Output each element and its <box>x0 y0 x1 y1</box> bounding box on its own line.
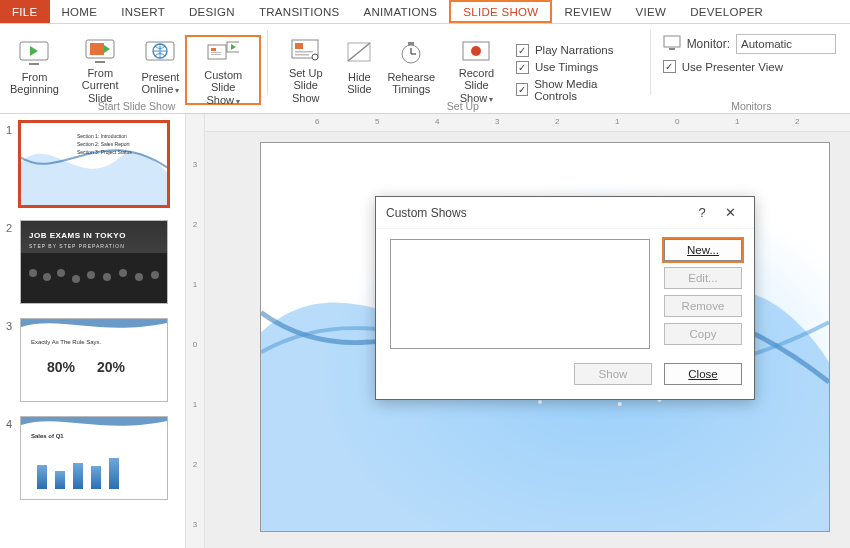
monitor-selector[interactable]: Monitor: Automatic <box>663 34 836 54</box>
svg-rect-16 <box>295 43 303 49</box>
close-button[interactable]: Close <box>664 363 742 385</box>
present-online-label: Present Online▾ <box>141 71 179 96</box>
remove-button: Remove <box>664 295 742 317</box>
svg-point-36 <box>103 273 111 281</box>
group-monitors: Monitor: Automatic ✓ Use Presenter View … <box>653 24 850 113</box>
custom-slide-show-button[interactable]: Custom Slide Show▾ <box>185 35 261 105</box>
slide-canvas-area: 6 5 4 3 2 1 0 1 2 Custo <box>205 114 850 548</box>
show-media-controls-checkbox[interactable]: ✓ Show Media Controls <box>516 78 636 102</box>
from-beginning-button[interactable]: From Beginning <box>4 35 65 105</box>
svg-point-31 <box>29 269 37 277</box>
play-narrations-checkbox[interactable]: ✓ Play Narrations <box>516 44 636 57</box>
use-timings-checkbox[interactable]: ✓ Use Timings <box>516 61 636 74</box>
new-button[interactable]: New... <box>664 239 742 261</box>
group-label-monitors: Monitors <box>653 100 850 112</box>
hide-slide-button[interactable]: Hide Slide <box>337 35 381 105</box>
checkbox-icon: ✓ <box>516 61 529 74</box>
rehearse-timings-label: Rehearse Timings <box>387 71 435 96</box>
setup-icon <box>290 37 322 65</box>
slide-thumbnail-1[interactable]: Section 1: Introduction Section 2: Sales… <box>20 122 168 206</box>
rehearse-timings-icon <box>395 37 427 69</box>
tab-transitions[interactable]: TRANSITIONS <box>247 0 352 23</box>
svg-rect-5 <box>90 43 104 55</box>
from-beginning-label: From Beginning <box>10 71 59 96</box>
svg-rect-4 <box>95 61 105 63</box>
svg-rect-18 <box>295 54 309 56</box>
svg-rect-11 <box>211 52 221 53</box>
thumb4-title: Sales of Q1 <box>31 433 64 439</box>
custom-shows-listbox[interactable] <box>390 239 650 349</box>
svg-point-39 <box>151 271 159 279</box>
svg-point-32 <box>43 273 51 281</box>
dialog-help-button[interactable]: ? <box>688 205 716 220</box>
record-slide-show-button[interactable]: Record Slide Show▾ <box>441 35 512 105</box>
thumb3-title: Exactly As The Rule Says. <box>31 339 101 345</box>
thumbnail-number: 2 <box>6 220 20 304</box>
thumb1-line1: Section 1: Introduction <box>77 133 127 139</box>
dialog-titlebar: Custom Shows ? ✕ <box>376 197 754 229</box>
svg-rect-10 <box>211 48 216 51</box>
svg-point-35 <box>87 271 95 279</box>
copy-button: Copy <box>664 323 742 345</box>
tab-insert[interactable]: INSERT <box>109 0 177 23</box>
present-online-icon <box>144 37 176 69</box>
tab-file[interactable]: FILE <box>0 0 50 23</box>
monitor-icon <box>663 35 681 54</box>
svg-point-34 <box>72 275 80 283</box>
record-slide-show-label: Record Slide Show▾ <box>447 67 506 105</box>
show-media-controls-label: Show Media Controls <box>534 78 636 102</box>
svg-rect-28 <box>664 36 680 47</box>
from-current-slide-label: From Current Slide <box>71 67 130 105</box>
monitor-value: Automatic <box>741 38 792 50</box>
custom-shows-dialog: Custom Shows ? ✕ New... Edit... Remove C… <box>375 196 755 400</box>
record-icon <box>461 37 493 65</box>
dialog-close-button[interactable]: ✕ <box>716 205 744 220</box>
chevron-down-icon: ▾ <box>175 86 179 95</box>
tab-view[interactable]: VIEW <box>624 0 679 23</box>
thumb2-title: JOB EXAMS IN TOKYO <box>29 231 126 240</box>
use-presenter-view-checkbox[interactable]: ✓ Use Presenter View <box>663 60 836 73</box>
from-current-slide-button[interactable]: From Current Slide <box>65 35 136 105</box>
slide-thumbnail-3[interactable]: Exactly As The Rule Says. 80% 20% <box>20 318 168 402</box>
hide-slide-icon <box>343 37 375 69</box>
use-presenter-view-label: Use Presenter View <box>682 61 783 73</box>
svg-rect-17 <box>295 51 313 53</box>
svg-point-43 <box>618 402 622 406</box>
slide-thumbnails-panel[interactable]: 1 Section 1: Introduction Section 2: Sal… <box>0 114 185 548</box>
thumbnail-row: 3 Exactly As The Rule Says. 80% 20% <box>6 318 179 402</box>
use-timings-label: Use Timings <box>535 61 598 73</box>
tab-slideshow[interactable]: SLIDE SHOW <box>449 0 552 23</box>
thumb2-sub: STEP BY STEP PREPARATION <box>29 243 125 249</box>
monitor-label: Monitor: <box>687 37 730 51</box>
tab-home[interactable]: HOME <box>50 0 110 23</box>
tab-design[interactable]: DESIGN <box>177 0 247 23</box>
play-from-start-icon <box>18 37 50 69</box>
thumb1-line2: Section 2: Sales Report <box>77 141 130 147</box>
thumbnail-number: 4 <box>6 416 20 500</box>
setup-checkboxes: ✓ Play Narrations ✓ Use Timings ✓ Show M… <box>512 38 644 102</box>
set-up-slide-show-label: Set Up Slide Show <box>280 67 331 105</box>
horizontal-ruler: 6 5 4 3 2 1 0 1 2 <box>205 114 850 132</box>
rehearse-timings-button[interactable]: Rehearse Timings <box>381 35 441 105</box>
svg-point-38 <box>135 273 143 281</box>
checkbox-icon: ✓ <box>516 44 529 57</box>
group-separator <box>650 30 651 95</box>
thumbnail-row: 2 JOB EXAMS IN TOKYO STEP BY STEP PREPAR… <box>6 220 179 304</box>
svg-rect-30 <box>21 253 168 304</box>
dialog-title: Custom Shows <box>386 206 467 220</box>
svg-point-19 <box>312 54 318 60</box>
vertical-ruler: 3 2 1 0 1 2 3 <box>185 114 205 548</box>
tab-developer[interactable]: DEVELOPER <box>678 0 775 23</box>
thumb4-bars <box>37 445 119 489</box>
tab-review[interactable]: REVIEW <box>552 0 623 23</box>
slide-thumbnail-2[interactable]: JOB EXAMS IN TOKYO STEP BY STEP PREPARAT… <box>20 220 168 304</box>
play-from-current-icon <box>84 37 116 65</box>
slide-thumbnail-4[interactable]: Sales of Q1 <box>20 416 168 500</box>
edit-button: Edit... <box>664 267 742 289</box>
set-up-slide-show-button[interactable]: Set Up Slide Show <box>274 35 337 105</box>
custom-slide-show-icon <box>207 39 239 67</box>
present-online-button[interactable]: Present Online▾ <box>135 35 185 105</box>
tab-animations[interactable]: ANIMATIONS <box>352 0 450 23</box>
monitor-dropdown[interactable]: Automatic <box>736 34 836 54</box>
hide-slide-label: Hide Slide <box>347 71 371 96</box>
